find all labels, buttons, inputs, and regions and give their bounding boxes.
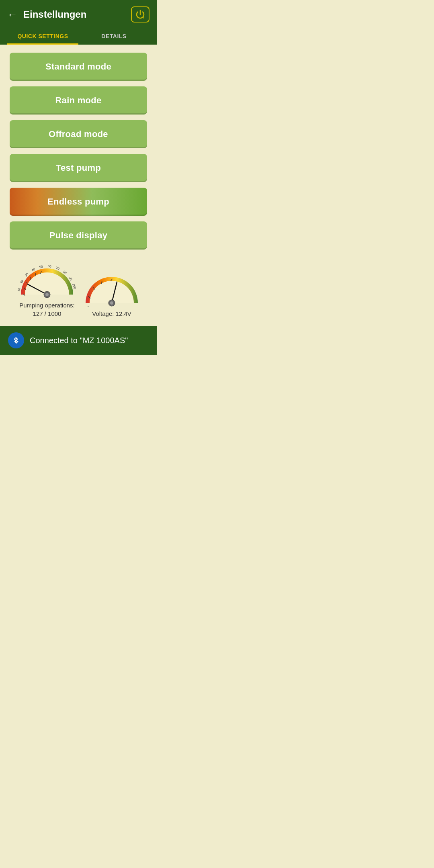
svg-point-0 — [143, 17, 144, 18]
header-top: ← Einstellungen — [7, 6, 149, 28]
tab-quick-settings[interactable]: QUICK SETTINGS — [7, 28, 78, 45]
bluetooth-icon-wrap — [8, 332, 24, 348]
status-bar: Connected to "MZ 1000AS" — [0, 326, 157, 355]
bluetooth-icon — [12, 336, 20, 345]
svg-line-26 — [88, 306, 90, 307]
main-content: Standard mode Rain mode Offroad mode Tes… — [0, 45, 157, 326]
svg-point-33 — [110, 301, 113, 305]
voltage-label: Voltage: 12.4V — [92, 309, 131, 318]
connection-status: Connected to "MZ 1000AS" — [30, 336, 128, 345]
page-title: Einstellungen — [23, 9, 131, 20]
voltage-gauge-svg — [82, 267, 142, 307]
gauges-row: 10 20 30 40 50 60 70 80 90 100 — [10, 258, 147, 318]
test-pump-button[interactable]: Test pump — [10, 154, 147, 182]
power-icon — [135, 9, 146, 20]
rain-mode-button[interactable]: Rain mode — [10, 86, 147, 115]
svg-point-23 — [45, 293, 49, 296]
pumping-gauge: 10 20 30 40 50 60 70 80 90 100 — [15, 258, 79, 318]
endless-pump-button[interactable]: Endless pump — [10, 188, 147, 216]
header: ← Einstellungen QUICK SETTINGS DETAILS — [0, 0, 157, 45]
svg-text:70: 70 — [55, 266, 60, 271]
tab-details[interactable]: DETAILS — [78, 28, 149, 45]
svg-text:10: 10 — [17, 287, 21, 292]
svg-text:50: 50 — [39, 265, 43, 269]
svg-text:60: 60 — [47, 264, 51, 268]
power-button[interactable] — [131, 6, 149, 23]
pulse-display-button[interactable]: Pulse display — [10, 221, 147, 250]
tabs: QUICK SETTINGS DETAILS — [7, 28, 149, 45]
standard-mode-button[interactable]: Standard mode — [10, 53, 147, 81]
voltage-gauge: Voltage: 12.4V — [82, 267, 142, 318]
pumping-label: Pumping operations: 127 / 1000 — [19, 301, 75, 318]
offroad-mode-button[interactable]: Offroad mode — [10, 120, 147, 148]
pumping-gauge-svg: 10 20 30 40 50 60 70 80 90 100 — [15, 258, 79, 299]
back-button[interactable]: ← — [7, 9, 18, 20]
